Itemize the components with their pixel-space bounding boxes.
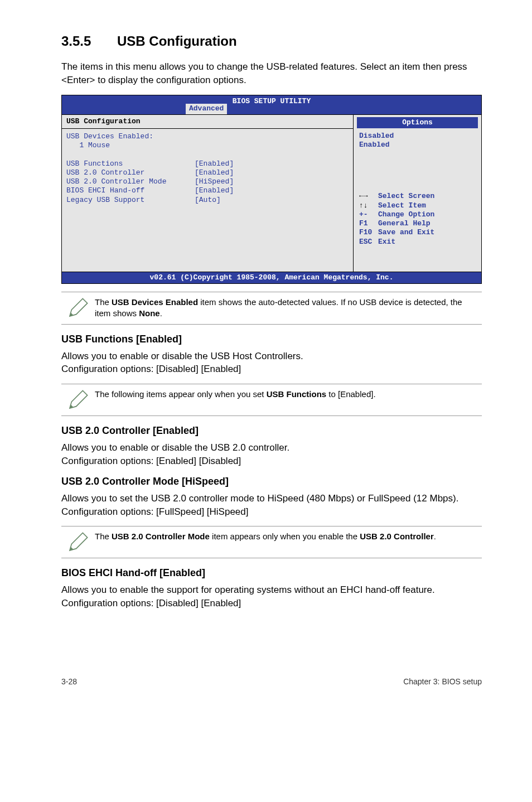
bios-titlebar: BIOS SETUP UTILITY Advanced — [62, 95, 481, 114]
bios-row: USB Functions[Enabled] — [66, 160, 349, 168]
page-footer: 3-28 Chapter 3: BIOS setup — [61, 677, 482, 692]
pencil-note-icon — [61, 297, 95, 319]
note-text: The following items appear only when you… — [95, 389, 376, 400]
bios-screenshot: BIOS SETUP UTILITY Advanced USB Configur… — [61, 95, 482, 284]
subsection-heading: USB 2.0 Controller Mode [HiSpeed] — [61, 476, 482, 487]
bios-row: BIOS EHCI Hand-off[Enabled] — [66, 186, 349, 195]
note-text: The USB Devices Enabled item shows the a… — [95, 297, 478, 320]
subsection-heading: BIOS EHCI Hand-off [Enabled] — [61, 567, 482, 579]
bios-row: Legacy USB Support[Auto] — [66, 196, 349, 205]
bios-devices-value: 1 Mouse — [66, 141, 349, 150]
pencil-note-icon — [61, 531, 95, 553]
bios-option: Disabled — [359, 132, 476, 141]
body-text: Allows you to enable or disable the USB … — [61, 350, 482, 363]
bios-devices-label: USB Devices Enabled: — [66, 132, 349, 141]
subsection-heading: USB 2.0 Controller [Enabled] — [61, 425, 482, 437]
section-number: 3.5.5 — [61, 33, 117, 49]
bios-nav-hints: ←→Select Screen ↑↓Select Item +-Change O… — [354, 189, 481, 247]
bios-right-pane: Options Disabled Enabled ←→Select Screen… — [353, 115, 481, 272]
bios-left-pane: USB Configuration USB Devices Enabled: 1… — [62, 115, 353, 272]
intro-paragraph: The items in this menu allows you to cha… — [61, 60, 482, 87]
subsection-heading: USB Functions [Enabled] — [61, 334, 482, 345]
body-text: Allows you to enable or disable the USB … — [61, 441, 482, 455]
bios-title: BIOS SETUP UTILITY — [62, 96, 481, 106]
note-callout: The following items appear only when you… — [61, 384, 482, 416]
body-text: Configuration options: [Disabled] [Enabl… — [61, 597, 482, 610]
page-number: 3-28 — [61, 677, 77, 686]
bios-footer: v02.61 (C)Copyright 1985-2008, American … — [62, 272, 481, 283]
section-title: USB Configuration — [117, 33, 237, 49]
bios-option: Enabled — [359, 141, 476, 149]
chapter-label: Chapter 3: BIOS setup — [403, 677, 482, 686]
bios-row: USB 2.0 Controller[Enabled] — [66, 168, 349, 177]
bios-left-header: USB Configuration — [62, 115, 353, 129]
body-text: Allows you to enable the support for ope… — [61, 583, 482, 597]
section-heading: 3.5.5USB Configuration — [61, 33, 482, 49]
body-text: Configuration options: [FullSpeed] [HiSp… — [61, 505, 482, 519]
note-callout: The USB 2.0 Controller Mode item appears… — [61, 526, 482, 558]
pencil-note-icon — [61, 389, 95, 411]
body-text: Allows you to set the USB 2.0 controller… — [61, 492, 482, 505]
body-text: Configuration options: [Disabled] [Enabl… — [61, 363, 482, 376]
note-callout: The USB Devices Enabled item shows the a… — [61, 292, 482, 325]
bios-row: USB 2.0 Controller Mode[HiSpeed] — [66, 177, 349, 186]
note-text: The USB 2.0 Controller Mode item appears… — [95, 531, 436, 542]
body-text: Configuration options: [Enabled] [Disabl… — [61, 455, 482, 468]
bios-options-header: Options — [357, 117, 478, 128]
bios-tab-advanced: Advanced — [186, 104, 227, 114]
